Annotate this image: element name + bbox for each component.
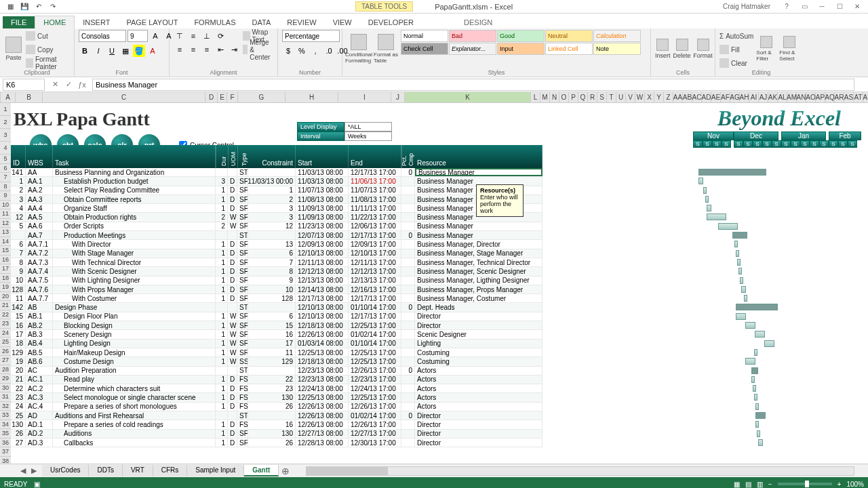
cell[interactable] xyxy=(216,168,228,176)
cell[interactable]: 1 xyxy=(248,186,296,195)
col-id[interactable]: ID xyxy=(11,145,26,168)
cell[interactable]: Business Manager, Director xyxy=(415,240,542,248)
font-size-select[interactable]: 9 xyxy=(127,30,148,42)
cell[interactable]: AB.6 xyxy=(26,357,53,365)
tab-file[interactable]: FILE xyxy=(3,16,35,28)
cell[interactable]: 12/25/13 17:00 xyxy=(349,321,401,329)
cell[interactable]: 01/10/14 17:00 xyxy=(349,340,401,348)
table-row[interactable]: 24AC.4Prepare a series of short monologu… xyxy=(11,403,542,411)
cell[interactable]: Business Manager xyxy=(415,168,542,176)
tab-insert[interactable]: INSERT xyxy=(75,16,118,28)
cell[interactable]: AA.2 xyxy=(26,186,53,195)
col-header[interactable]: A xyxy=(1,92,16,102)
cell[interactable] xyxy=(401,177,415,185)
gantt-bar[interactable] xyxy=(736,313,746,320)
row-header[interactable]: 18 xyxy=(0,274,11,283)
cell[interactable]: 129 xyxy=(248,357,296,365)
cell[interactable]: 3 xyxy=(248,213,296,221)
underline-button[interactable]: U xyxy=(106,45,118,57)
cell[interactable]: 129 xyxy=(11,348,26,357)
cell[interactable] xyxy=(228,367,237,375)
cell[interactable]: 2 xyxy=(11,186,26,195)
row-header[interactable]: 9 xyxy=(0,191,11,201)
cell[interactable]: 12/17/13 17:00 xyxy=(349,168,401,176)
cell[interactable]: 12/16/13 17:00 xyxy=(349,285,401,293)
cell[interactable]: 12/25/13 08:00 xyxy=(296,393,349,401)
cell[interactable]: SF xyxy=(237,430,248,438)
gantt-bar[interactable] xyxy=(718,223,738,230)
cell[interactable]: 11/09/13 08:00 xyxy=(296,213,349,221)
cell[interactable]: 01/03/14 08:00 xyxy=(296,340,349,348)
gantt-bar[interactable] xyxy=(755,331,765,338)
cell[interactable]: Costume Design xyxy=(53,357,216,365)
cell[interactable]: 7 xyxy=(11,249,26,258)
cell[interactable]: W xyxy=(228,222,237,230)
cell[interactable]: AA.7.2 xyxy=(26,249,53,258)
autosum-button[interactable]: ΣAutoSum xyxy=(719,30,753,42)
cell[interactable]: 7 xyxy=(248,258,296,266)
format-as-table-button[interactable]: Format as Table xyxy=(374,30,398,68)
cell[interactable]: AA.4 xyxy=(26,204,53,212)
cell[interactable] xyxy=(401,430,415,438)
cell[interactable]: 11 xyxy=(11,294,26,302)
col-constraint[interactable]: Constraint xyxy=(248,145,296,168)
cell[interactable]: D xyxy=(228,186,237,195)
cell[interactable]: D xyxy=(228,393,237,401)
col-header[interactable]: L xyxy=(531,92,540,102)
cell[interactable]: ST xyxy=(237,168,248,176)
cell[interactable]: D xyxy=(228,403,237,411)
cell[interactable]: Director xyxy=(415,312,542,321)
cell[interactable]: 11/22/13 17:00 xyxy=(349,213,401,221)
cell[interactable]: AD.1 xyxy=(26,420,53,428)
cell[interactable]: D xyxy=(228,430,237,438)
cell[interactable] xyxy=(401,249,415,258)
cell[interactable]: W xyxy=(228,312,237,321)
gantt-bar[interactable] xyxy=(758,439,763,446)
cell[interactable]: W xyxy=(228,348,237,357)
row-header[interactable]: 13 xyxy=(0,228,11,237)
cell[interactable]: Business Manager, Props Manager xyxy=(415,285,542,293)
fill-button[interactable]: Fill xyxy=(719,43,753,56)
cell[interactable]: 0 xyxy=(401,411,415,420)
row-header[interactable]: 28 xyxy=(0,365,11,375)
cell[interactable]: 19 xyxy=(11,357,26,365)
table-row[interactable]: 8AA.7.3With Technical Director1DSF712/11… xyxy=(11,258,542,267)
cut-button[interactable]: Cut xyxy=(26,30,70,42)
cell[interactable]: 12/24/13 17:00 xyxy=(349,384,401,392)
cell[interactable]: Actors xyxy=(415,393,542,401)
find-select-button[interactable]: Find & Select xyxy=(779,30,800,68)
table-row[interactable]: 141AABusiness Planning and OrganizationS… xyxy=(11,168,542,177)
col-header[interactable]: AM xyxy=(787,92,797,102)
col-header[interactable]: Q xyxy=(578,92,588,102)
col-header[interactable]: AH xyxy=(740,92,749,102)
cell[interactable]: 24 xyxy=(11,403,26,411)
cell[interactable]: 12/10/13 08:00 xyxy=(296,312,349,321)
cell[interactable]: D xyxy=(228,249,237,258)
cell[interactable]: AC.1 xyxy=(26,375,53,384)
cell[interactable]: Auditions and First Rehearsal xyxy=(53,411,216,420)
cell[interactable]: D xyxy=(228,204,237,212)
style-normal[interactable]: Normal xyxy=(401,30,448,42)
cell[interactable] xyxy=(401,195,415,203)
cell[interactable]: 12/23/13 08:00 xyxy=(296,367,349,375)
cell[interactable] xyxy=(228,411,237,420)
cell[interactable]: 130 xyxy=(11,420,26,428)
col-header[interactable]: AN xyxy=(797,92,806,102)
cell[interactable] xyxy=(401,375,415,384)
cell[interactable]: D xyxy=(228,375,237,384)
cell[interactable]: 12/25/13 08:00 xyxy=(296,348,349,357)
cell[interactable]: 17 xyxy=(248,340,296,348)
cell[interactable]: 5 xyxy=(11,222,26,230)
cell[interactable]: 11 xyxy=(248,348,296,357)
cell[interactable]: SF xyxy=(237,249,248,258)
gantt-bar[interactable] xyxy=(757,430,760,437)
gantt-bar[interactable] xyxy=(736,304,778,310)
col-header[interactable]: AG xyxy=(730,92,740,102)
insert-function-button[interactable]: ƒx xyxy=(76,79,88,91)
cell[interactable]: AB.2 xyxy=(26,321,53,329)
row-header[interactable]: 3 xyxy=(0,129,11,142)
enter-formula-button[interactable]: ✓ xyxy=(62,79,75,91)
cell[interactable]: Actors xyxy=(415,384,542,392)
cell[interactable]: D xyxy=(228,285,237,293)
table-row[interactable]: 26AD.2Auditions1DSF13012/27/13 08:0012/2… xyxy=(11,430,542,439)
